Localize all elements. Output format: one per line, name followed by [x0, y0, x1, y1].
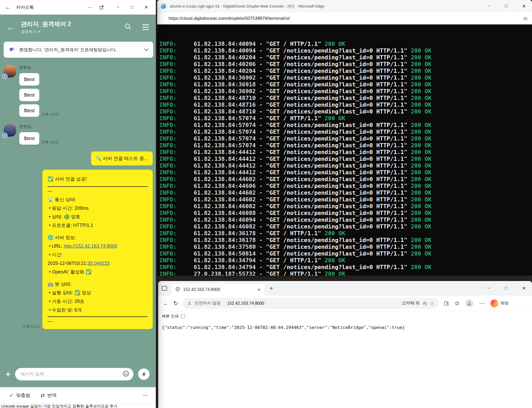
- log-request: GET /notices/pending?last_id=0 HTTP/1.1: [270, 223, 404, 230]
- address-read-aloud-icon[interactable]: A): [423, 301, 427, 306]
- log-request: GET /notices/pending?last_id=0 HTTP/1.1: [270, 203, 404, 209]
- log-level: INFO:: [159, 250, 176, 257]
- new-tab-button[interactable]: +: [270, 285, 273, 292]
- copilot-icon: [490, 299, 498, 307]
- tab-close-icon[interactable]: ✕: [257, 287, 261, 292]
- console-titlebar: ubuntu-s-1vcpu-1gb-sgp1-01 - DigitalOcea…: [157, 0, 532, 12]
- message-input-bar: + #: [0, 365, 156, 384]
- message-input[interactable]: [21, 372, 120, 377]
- overflow-menu-icon[interactable]: ⋯: [86, 5, 94, 10]
- maximize-button[interactable]: □: [128, 5, 137, 10]
- translate-button[interactable]: ⇄ 번역: [41, 392, 57, 398]
- hashtag-button[interactable]: #: [138, 368, 150, 380]
- log-request: GET / HTTP/1.1: [270, 271, 318, 276]
- report-line-text: • 시간:: [48, 252, 62, 257]
- popout-icon[interactable]: [100, 5, 108, 9]
- share-menu[interactable]: 공유하기: [21, 29, 71, 34]
- back-icon[interactable]: ←: [5, 4, 11, 11]
- sender-name: 윤현성: [19, 124, 59, 129]
- log-request: GET /notices/pending?last_id=0 HTTP/1.1: [270, 54, 404, 61]
- tab-strip: 152.42.163.74:8000 ✕ + − □ ✕: [158, 281, 532, 296]
- chat-back-icon[interactable]: ←: [7, 23, 16, 31]
- address-url[interactable]: 152.42.163.74:8000: [227, 301, 399, 306]
- copilot-button[interactable]: 채팅: [490, 299, 509, 307]
- log-quote: ": [404, 129, 411, 135]
- attach-plus-icon[interactable]: +: [6, 370, 10, 378]
- browser-close-button[interactable]: ✕: [520, 285, 528, 291]
- report-time: 오후 12:21: [22, 324, 40, 329]
- log-level: INFO:: [159, 162, 176, 169]
- log-line: INFO: 61.82.138.84:34794 - "GET /notices…: [159, 264, 531, 271]
- menu-icon[interactable]: [142, 24, 149, 30]
- favorite-star-icon[interactable]: ☆: [430, 301, 434, 306]
- spellcheck-button[interactable]: ✓ 맞춤법: [9, 392, 30, 398]
- search-icon[interactable]: [125, 23, 131, 31]
- console-url[interactable]: https://cloud.digitalocean.com/droplets/…: [169, 16, 290, 21]
- report-line-text: —: [48, 188, 52, 194]
- log-client: 61.82.138.84:40094 - ": [176, 47, 270, 54]
- favorites-bar-icon[interactable]: [454, 301, 460, 306]
- log-client: 61.82.138.84:44412 - ": [176, 149, 270, 155]
- browser-more-icon[interactable]: ⋯: [479, 300, 485, 307]
- console-maximize-button[interactable]: □: [502, 4, 511, 9]
- report-link[interactable]: http://152.42.163.74:8000: [64, 244, 117, 249]
- tab-152-42-163-74[interactable]: 152.42.163.74:8000 ✕: [172, 284, 264, 296]
- log-request: GET /notices/pending?last_id=0 HTTP/1.1: [270, 88, 404, 94]
- toolbar-more-icon[interactable]: ⋯: [142, 392, 148, 399]
- browser-minimize-button[interactable]: −: [484, 286, 493, 291]
- address-bar[interactable]: ⚠ 안전하지 않음 152.42.163.74:8000 요약해 줘 A) ☆: [183, 298, 439, 309]
- report-line-text: • OpenAI: 활성화 ✅: [48, 269, 92, 275]
- report-line-text: • 프로토콜: HTTP/1.1: [48, 223, 93, 228]
- report-row: 오후 12:21 ✅ 서버 연결 성공!—📡 통신 상태: • 응답 시간: 2…: [4, 170, 153, 329]
- log-client: 61.82.138.84:37580 - ": [176, 244, 270, 250]
- notice-text: 환영합니다. '관리자_원격제어' 오픈채팅방입니다.: [19, 47, 141, 53]
- message-time: 오후 12:15: [41, 112, 59, 117]
- report-link[interactable]: 35.044223: [87, 261, 110, 266]
- report-blank-line: [48, 276, 148, 280]
- log-request: GET / HTTP/1.1: [270, 230, 318, 237]
- terminal[interactable]: INFO: 61.82.138.84:40094 - "GET / HTTP/1…: [157, 24, 532, 276]
- browser-maximize-button[interactable]: □: [502, 286, 511, 291]
- log-line: INFO: 61.82.138.84:44412 - "GET /notices…: [159, 162, 531, 169]
- log-request: GET /notices/pending?last_id=0 HTTP/1.1: [270, 183, 404, 189]
- pretty-print-checkbox[interactable]: [181, 314, 185, 318]
- notice-banner[interactable]: 환영합니다. '관리자_원격제어' 오픈채팅방입니다.: [4, 42, 153, 58]
- avatar[interactable]: ♛: [4, 65, 16, 78]
- log-status: 200 OK: [411, 61, 431, 67]
- tab-actions-icon[interactable]: [162, 286, 167, 291]
- summarize-button[interactable]: 요약해 줘: [402, 301, 420, 306]
- log-request: GET /notices/pending?last_id=0 HTTP/1.1: [270, 237, 404, 243]
- extensions-icon[interactable]: [444, 301, 449, 306]
- log-request: GET /notices/pending?last_id=0 HTTP/1.1: [270, 135, 404, 142]
- console-minimize-button[interactable]: −: [484, 4, 493, 9]
- close-button[interactable]: ✕: [142, 4, 151, 10]
- console-close-button[interactable]: ✕: [520, 3, 528, 9]
- log-status: 200 OK: [411, 142, 431, 149]
- avatar[interactable]: ♛: [4, 124, 16, 137]
- browser-reload-icon[interactable]: ↻: [173, 300, 178, 307]
- minimize-button[interactable]: −: [114, 5, 123, 10]
- notice-chevron-icon[interactable]: [144, 47, 149, 51]
- browser-back-icon[interactable]: ←: [163, 300, 169, 307]
- log-client: 61.82.138.84:44412 - ": [176, 169, 270, 176]
- report-line: • 응답 시간: 209ms: [48, 204, 148, 213]
- log-level: INFO:: [159, 196, 176, 203]
- report-bubble: ✅ 서버 연결 성공!—📡 통신 상태: • 응답 시간: 209ms • 상태…: [42, 170, 153, 329]
- security-label[interactable]: 안전하지 않음: [195, 301, 221, 306]
- profile-avatar[interactable]: [465, 299, 473, 307]
- message-group: ♛윤현성$test오후 12:21: [4, 124, 153, 145]
- log-level: INFO:: [159, 244, 176, 250]
- log-level: INFO:: [159, 101, 176, 108]
- message-input-pill[interactable]: [15, 368, 133, 380]
- emoji-icon[interactable]: [123, 370, 129, 378]
- megaphone-icon: [9, 46, 15, 54]
- console-url-bar[interactable]: https://cloud.digitalocean.com/droplets/…: [157, 12, 532, 24]
- report-line-text: 2025-12-06T03:21:: [48, 261, 87, 266]
- log-line: INFO: 61.82.138.84:46082 - "GET /notices…: [159, 203, 531, 210]
- log-quote: ": [404, 54, 411, 61]
- log-line: INFO: 61.82.138.84:48710 - "GET /notices…: [159, 95, 531, 101]
- read-aloud-icon[interactable]: A): [523, 16, 527, 21]
- sent-message-bubble: 🔍 서버 연결 테스트 중...: [91, 151, 153, 165]
- log-line: INFO: 61.82.138.84:44412 - "GET /notices…: [159, 156, 531, 162]
- log-level: INFO:: [159, 142, 176, 149]
